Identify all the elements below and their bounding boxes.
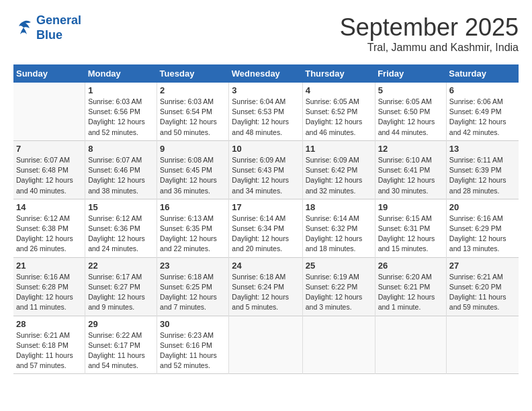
- day-info: Sunrise: 6:05 AM Sunset: 6:52 PM Dayligh…: [306, 97, 372, 138]
- day-info: Sunrise: 6:12 AM Sunset: 6:36 PM Dayligh…: [88, 214, 154, 255]
- title-block: September 2025 Tral, Jammu and Kashmir, …: [340, 13, 519, 54]
- day-number: 14: [16, 202, 82, 212]
- day-info: Sunrise: 6:12 AM Sunset: 6:38 PM Dayligh…: [16, 214, 82, 255]
- calendar-cell: 14Sunrise: 6:12 AM Sunset: 6:38 PM Dayli…: [13, 199, 85, 257]
- logo: General Blue: [13, 13, 81, 42]
- weekday-wednesday: Wednesday: [229, 64, 302, 83]
- week-row-4: 21Sunrise: 6:16 AM Sunset: 6:28 PM Dayli…: [13, 257, 519, 316]
- day-number: 23: [160, 261, 226, 271]
- weekday-saturday: Saturday: [446, 64, 519, 83]
- subtitle: Tral, Jammu and Kashmir, India: [340, 42, 519, 54]
- calendar-cell: 21Sunrise: 6:16 AM Sunset: 6:28 PM Dayli…: [13, 257, 85, 316]
- day-number: 2: [160, 85, 226, 95]
- day-number: 12: [378, 144, 443, 154]
- calendar-cell: 8Sunrise: 6:07 AM Sunset: 6:46 PM Daylig…: [85, 140, 157, 199]
- day-info: Sunrise: 6:22 AM Sunset: 6:17 PM Dayligh…: [88, 330, 154, 371]
- calendar-cell: 12Sunrise: 6:10 AM Sunset: 6:41 PM Dayli…: [375, 140, 446, 199]
- day-number: 18: [306, 202, 372, 212]
- day-info: Sunrise: 6:04 AM Sunset: 6:53 PM Dayligh…: [232, 97, 299, 138]
- day-info: Sunrise: 6:13 AM Sunset: 6:35 PM Dayligh…: [160, 214, 226, 255]
- calendar-cell: 4Sunrise: 6:05 AM Sunset: 6:52 PM Daylig…: [302, 83, 375, 140]
- week-row-5: 28Sunrise: 6:21 AM Sunset: 6:18 PM Dayli…: [13, 316, 519, 374]
- day-number: 8: [88, 144, 154, 154]
- calendar-cell: 6Sunrise: 6:06 AM Sunset: 6:49 PM Daylig…: [446, 83, 519, 140]
- day-number: 3: [232, 85, 299, 95]
- day-number: 28: [16, 319, 82, 329]
- day-number: 11: [306, 144, 372, 154]
- day-info: Sunrise: 6:03 AM Sunset: 6:54 PM Dayligh…: [160, 97, 226, 138]
- calendar-cell: 23Sunrise: 6:18 AM Sunset: 6:25 PM Dayli…: [157, 257, 229, 316]
- day-info: Sunrise: 6:21 AM Sunset: 6:18 PM Dayligh…: [16, 330, 82, 371]
- calendar-cell: 1Sunrise: 6:03 AM Sunset: 6:56 PM Daylig…: [85, 83, 157, 140]
- day-number: 16: [160, 202, 226, 212]
- calendar-cell: 29Sunrise: 6:22 AM Sunset: 6:17 PM Dayli…: [85, 316, 157, 374]
- calendar-cell: 27Sunrise: 6:21 AM Sunset: 6:20 PM Dayli…: [446, 257, 519, 316]
- calendar-cell: 28Sunrise: 6:21 AM Sunset: 6:18 PM Dayli…: [13, 316, 85, 374]
- day-number: 4: [306, 85, 372, 95]
- day-number: 1: [88, 85, 154, 95]
- day-info: Sunrise: 6:05 AM Sunset: 6:50 PM Dayligh…: [378, 97, 443, 138]
- day-info: Sunrise: 6:07 AM Sunset: 6:46 PM Dayligh…: [88, 155, 154, 196]
- calendar-cell: 26Sunrise: 6:20 AM Sunset: 6:21 PM Dayli…: [375, 257, 446, 316]
- weekday-tuesday: Tuesday: [157, 64, 229, 83]
- weekday-thursday: Thursday: [302, 64, 375, 83]
- logo-text: General Blue: [36, 13, 81, 42]
- calendar-cell: 2Sunrise: 6:03 AM Sunset: 6:54 PM Daylig…: [157, 83, 229, 140]
- day-info: Sunrise: 6:20 AM Sunset: 6:21 PM Dayligh…: [378, 272, 443, 313]
- day-number: 6: [449, 85, 516, 95]
- day-info: Sunrise: 6:03 AM Sunset: 6:56 PM Dayligh…: [88, 97, 154, 138]
- calendar-cell: 16Sunrise: 6:13 AM Sunset: 6:35 PM Dayli…: [157, 199, 229, 257]
- day-info: Sunrise: 6:11 AM Sunset: 6:39 PM Dayligh…: [449, 155, 516, 196]
- day-info: Sunrise: 6:14 AM Sunset: 6:32 PM Dayligh…: [306, 214, 372, 255]
- day-number: 20: [449, 202, 516, 212]
- day-number: 15: [88, 202, 154, 212]
- day-number: 30: [160, 319, 226, 329]
- day-number: 21: [16, 261, 82, 271]
- day-info: Sunrise: 6:18 AM Sunset: 6:24 PM Dayligh…: [232, 272, 299, 313]
- calendar-cell: [375, 316, 446, 374]
- day-number: 17: [232, 202, 299, 212]
- day-number: 5: [378, 85, 443, 95]
- week-row-2: 7Sunrise: 6:07 AM Sunset: 6:48 PM Daylig…: [13, 140, 519, 199]
- day-number: 22: [88, 261, 154, 271]
- calendar-cell: 10Sunrise: 6:09 AM Sunset: 6:43 PM Dayli…: [229, 140, 302, 199]
- day-info: Sunrise: 6:07 AM Sunset: 6:48 PM Dayligh…: [16, 155, 82, 196]
- day-number: 13: [449, 144, 516, 154]
- day-number: 26: [378, 261, 443, 271]
- month-title: September 2025: [340, 13, 519, 42]
- day-info: Sunrise: 6:21 AM Sunset: 6:20 PM Dayligh…: [449, 272, 516, 313]
- day-number: 10: [232, 144, 299, 154]
- weekday-friday: Friday: [375, 64, 446, 83]
- calendar-cell: 11Sunrise: 6:09 AM Sunset: 6:42 PM Dayli…: [302, 140, 375, 199]
- day-info: Sunrise: 6:23 AM Sunset: 6:16 PM Dayligh…: [160, 330, 226, 371]
- day-number: 7: [16, 144, 82, 154]
- day-number: 25: [306, 261, 372, 271]
- day-info: Sunrise: 6:08 AM Sunset: 6:45 PM Dayligh…: [160, 155, 226, 196]
- calendar-cell: 18Sunrise: 6:14 AM Sunset: 6:32 PM Dayli…: [302, 199, 375, 257]
- weekday-sunday: Sunday: [13, 64, 85, 83]
- calendar-cell: 20Sunrise: 6:16 AM Sunset: 6:29 PM Dayli…: [446, 199, 519, 257]
- day-info: Sunrise: 6:09 AM Sunset: 6:42 PM Dayligh…: [306, 155, 372, 196]
- calendar-cell: [229, 316, 302, 374]
- day-number: 19: [378, 202, 443, 212]
- calendar-cell: 3Sunrise: 6:04 AM Sunset: 6:53 PM Daylig…: [229, 83, 302, 140]
- calendar-cell: 30Sunrise: 6:23 AM Sunset: 6:16 PM Dayli…: [157, 316, 229, 374]
- day-info: Sunrise: 6:18 AM Sunset: 6:25 PM Dayligh…: [160, 272, 226, 313]
- day-number: 9: [160, 144, 226, 154]
- calendar-cell: 25Sunrise: 6:19 AM Sunset: 6:22 PM Dayli…: [302, 257, 375, 316]
- calendar-cell: [446, 316, 519, 374]
- day-number: 24: [232, 261, 299, 271]
- calendar-cell: 7Sunrise: 6:07 AM Sunset: 6:48 PM Daylig…: [13, 140, 85, 199]
- calendar-cell: 13Sunrise: 6:11 AM Sunset: 6:39 PM Dayli…: [446, 140, 519, 199]
- day-info: Sunrise: 6:17 AM Sunset: 6:27 PM Dayligh…: [88, 272, 154, 313]
- day-number: 27: [449, 261, 516, 271]
- page-header: General Blue September 2025 Tral, Jammu …: [13, 13, 519, 54]
- calendar-cell: 15Sunrise: 6:12 AM Sunset: 6:36 PM Dayli…: [85, 199, 157, 257]
- weekday-header-row: SundayMondayTuesdayWednesdayThursdayFrid…: [13, 64, 519, 83]
- calendar-cell: 22Sunrise: 6:17 AM Sunset: 6:27 PM Dayli…: [85, 257, 157, 316]
- calendar-table: SundayMondayTuesdayWednesdayThursdayFrid…: [13, 64, 519, 374]
- day-info: Sunrise: 6:15 AM Sunset: 6:31 PM Dayligh…: [378, 214, 443, 255]
- calendar-cell: 17Sunrise: 6:14 AM Sunset: 6:34 PM Dayli…: [229, 199, 302, 257]
- day-number: 29: [88, 319, 154, 329]
- calendar-cell: 9Sunrise: 6:08 AM Sunset: 6:45 PM Daylig…: [157, 140, 229, 199]
